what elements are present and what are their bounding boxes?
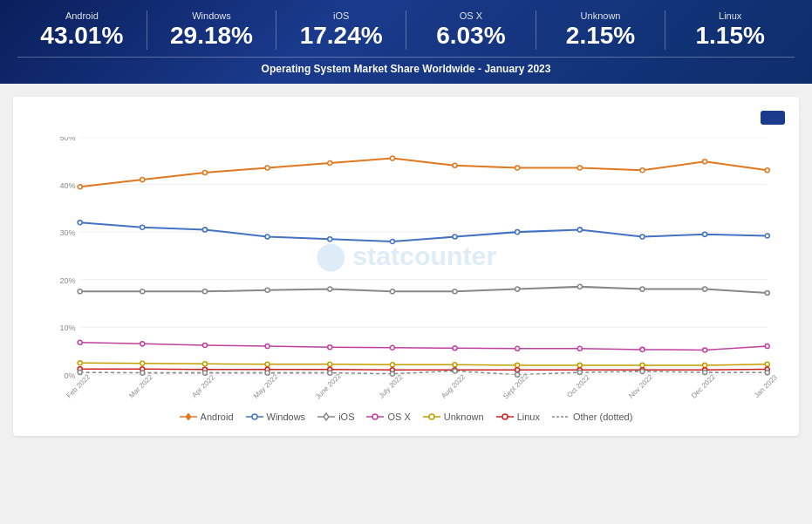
- series-dot: [577, 166, 582, 170]
- legend-icon: [366, 412, 384, 422]
- series-dot: [140, 371, 145, 375]
- chart-area: 50% 40% 30% 20% 10% 0% ⬤ statcounter Feb…: [27, 137, 785, 422]
- series-dot: [515, 363, 520, 367]
- series-dot: [140, 289, 145, 294]
- svg-marker-18: [324, 413, 329, 420]
- series-dot: [765, 167, 769, 172]
- series-line-linux: [80, 369, 768, 370]
- series-dot: [515, 372, 520, 377]
- x-label: July 2022: [378, 372, 405, 399]
- svg-point-16: [252, 414, 257, 419]
- series-dot: [515, 368, 520, 372]
- series-dot: [265, 288, 270, 292]
- svg-text:30%: 30%: [59, 228, 75, 237]
- stat-value: 2.15%: [545, 23, 657, 50]
- series-dot: [577, 370, 582, 374]
- series-dot: [577, 346, 582, 350]
- series-dot: [328, 160, 332, 165]
- legend-icon: [317, 412, 335, 422]
- series-dot: [640, 369, 645, 373]
- stat-value: 17.24%: [285, 23, 397, 50]
- series-dot: [78, 360, 82, 364]
- legend-item-other--dotted-: Other (dotted): [552, 412, 632, 422]
- series-dot: [640, 235, 645, 239]
- stat-item-android: Android 43.01%: [17, 10, 147, 50]
- legend-label: Other (dotted): [573, 412, 632, 422]
- legend-label: iOS: [338, 412, 354, 422]
- svg-point-22: [429, 414, 434, 419]
- series-dot: [703, 348, 707, 352]
- legend-item-windows: Windows: [246, 412, 306, 422]
- series-dot: [390, 289, 394, 294]
- legend-label: Windows: [267, 412, 306, 422]
- series-dot: [202, 343, 207, 347]
- legend-item-ios: iOS: [317, 412, 354, 422]
- legend-icon: [180, 412, 197, 422]
- watermark-text: ⬤ statcounter: [316, 241, 497, 271]
- legend-icon: [552, 412, 570, 422]
- series-dot: [265, 371, 270, 375]
- series-line-os-x: [80, 343, 768, 350]
- legend-item-android: Android: [180, 412, 234, 422]
- series-dot: [390, 363, 394, 367]
- stat-label: iOS: [285, 10, 397, 21]
- legend-item-unknown: Unknown: [423, 412, 484, 422]
- stat-value: 6.03%: [415, 23, 527, 50]
- stat-item-os-x: OS X 6.03%: [406, 10, 536, 50]
- x-label: Dec 2022: [690, 372, 717, 399]
- series-dot: [78, 185, 82, 189]
- series-dot: [703, 232, 707, 236]
- svg-text:50%: 50%: [59, 137, 75, 142]
- series-dot: [78, 340, 82, 344]
- series-dot: [703, 370, 707, 374]
- series-line-unknown: [80, 363, 768, 365]
- series-dot: [140, 361, 145, 365]
- stat-label: Linux: [674, 10, 786, 21]
- series-dot: [515, 229, 520, 234]
- header: Android 43.01%Windows 29.18%iOS 17.24%OS…: [0, 0, 812, 84]
- series-dot: [265, 235, 270, 239]
- x-label: Jan 2023: [753, 373, 779, 399]
- series-dot: [765, 362, 769, 366]
- series-dot: [640, 167, 645, 172]
- series-dot: [515, 166, 520, 170]
- series-dot: [765, 234, 769, 238]
- series-dot: [140, 225, 145, 229]
- svg-point-24: [502, 414, 508, 419]
- chart-svg: 50% 40% 30% 20% 10% 0% ⬤ statcounter Feb…: [27, 137, 785, 401]
- series-line-ios: [80, 287, 768, 293]
- series-dot: [78, 289, 82, 294]
- legend-item-os-x: OS X: [366, 412, 410, 422]
- x-label: Apr 2022: [190, 373, 216, 399]
- series-dot: [577, 363, 582, 367]
- x-label: June 2022: [314, 371, 343, 400]
- series-dot: [640, 363, 645, 367]
- svg-point-20: [372, 414, 378, 419]
- stat-label: Windows: [156, 10, 268, 21]
- legend-label: Linux: [517, 412, 540, 422]
- chart-container: 50% 40% 30% 20% 10% 0% ⬤ statcounter Feb…: [13, 97, 799, 436]
- stat-label: Unknown: [545, 10, 657, 21]
- series-dot: [640, 287, 645, 291]
- edit-chart-button[interactable]: [761, 111, 785, 125]
- chart-header: [27, 111, 785, 125]
- stat-value: 29.18%: [156, 23, 268, 50]
- svg-text:10%: 10%: [59, 323, 75, 332]
- series-dot: [765, 344, 769, 348]
- series-dot: [78, 370, 82, 374]
- series-dot: [453, 235, 457, 239]
- series-dot: [328, 287, 332, 291]
- series-dot: [390, 156, 394, 160]
- legend-icon: [246, 412, 263, 422]
- series-dot: [515, 287, 520, 291]
- x-label: Nov 2022: [627, 372, 654, 399]
- legend-label: Android: [201, 412, 234, 422]
- stat-item-ios: iOS 17.24%: [276, 10, 406, 50]
- series-dot: [202, 371, 207, 375]
- legend-icon: [496, 412, 514, 422]
- series-dot: [453, 346, 457, 350]
- stat-item-linux: Linux 1.15%: [665, 10, 795, 50]
- svg-text:0%: 0%: [64, 371, 75, 380]
- header-stats: Android 43.01%Windows 29.18%iOS 17.24%OS…: [17, 10, 795, 50]
- series-line-android: [80, 158, 768, 187]
